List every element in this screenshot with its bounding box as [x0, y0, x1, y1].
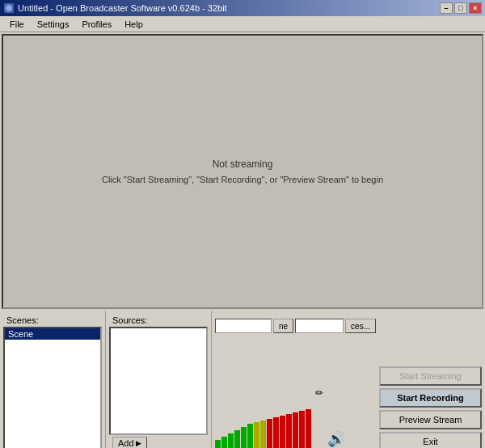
sources-label: Sources:: [109, 314, 208, 327]
sources-listbox: [109, 327, 208, 435]
vol-bar-6: [247, 424, 253, 448]
add-label: Add: [118, 438, 134, 448]
vol-bar-13: [293, 412, 298, 448]
add-arrow-icon: ▶: [136, 439, 141, 447]
add-source-button[interactable]: Add ▶: [112, 437, 147, 448]
close-button[interactable]: ×: [469, 2, 482, 14]
vol-bar-4: [234, 430, 240, 448]
vol-bar-15: [306, 409, 311, 448]
scenes-listbox: Scene: [3, 327, 102, 448]
vol-bar-7: [254, 422, 259, 448]
menu-help[interactable]: Help: [118, 18, 150, 31]
vol-bar-2: [221, 437, 227, 448]
filter-ok[interactable]: ces...: [345, 319, 376, 333]
meter-area: ne ces...: [212, 311, 376, 448]
start-streaming-button[interactable]: Start Streaming: [379, 366, 482, 386]
menu-settings[interactable]: Settings: [31, 18, 76, 31]
scenes-panel: Scenes: Scene: [0, 311, 106, 448]
vol-bar-9: [267, 419, 272, 448]
menu-profiles[interactable]: Profiles: [75, 18, 118, 31]
scene-name-input[interactable]: [215, 319, 272, 333]
title-controls[interactable]: – □ ×: [440, 2, 482, 14]
preview-area: Not streaming Click "Start Streaming", "…: [2, 34, 483, 309]
window-title: Untitled - Open Broadcaster Software v0.…: [18, 3, 227, 13]
edit-icon[interactable]: ✏: [315, 387, 323, 399]
title-bar: Untitled - Open Broadcaster Software v0.…: [0, 0, 485, 16]
start-recording-button[interactable]: Start Recording: [379, 388, 482, 408]
filter-input[interactable]: [295, 319, 344, 333]
vol-bar-1: [215, 440, 221, 448]
minimize-button[interactable]: –: [440, 2, 453, 14]
sources-buttons-row: Add ▶: [109, 435, 208, 448]
not-streaming-label: Not streaming: [213, 158, 273, 170]
svg-point-1: [6, 5, 12, 11]
control-buttons-column: Start Streaming Start Recording Preview …: [376, 311, 485, 448]
right-side: ne ces...: [212, 311, 485, 448]
title-bar-left: Untitled - Open Broadcaster Software v0.…: [3, 2, 227, 14]
speaker-icon[interactable]: 🔊: [327, 430, 345, 448]
vol-bar-8: [260, 421, 266, 448]
bottom-area: Scenes: Scene Sources: Add ▶ Window Capt…: [0, 311, 485, 448]
vol-bar-11: [280, 416, 285, 448]
exit-button[interactable]: Exit: [379, 432, 482, 448]
scene-name-ok[interactable]: ne: [273, 319, 293, 333]
volume-meter-row: ✏ 🔊: [215, 335, 376, 448]
preview-stream-button[interactable]: Preview Stream: [379, 410, 482, 429]
vol-bar-5: [241, 427, 247, 448]
app-icon: [3, 2, 15, 14]
vol-bar-3: [228, 433, 234, 448]
vol-bar-14: [299, 411, 305, 448]
preview-hint: Click "Start Streaming", "Start Recordin…: [102, 175, 383, 184]
maximize-button[interactable]: □: [454, 2, 467, 14]
scenes-label: Scenes:: [3, 314, 102, 327]
vol-bar-10: [273, 417, 279, 448]
scene-item[interactable]: Scene: [5, 328, 100, 340]
sources-panel: Sources: Add ▶ Window Capture Monitor Ca…: [106, 311, 212, 448]
menu-file[interactable]: File: [3, 18, 31, 31]
vol-bar-12: [286, 414, 292, 448]
menu-bar: File Settings Profiles Help: [0, 16, 485, 32]
